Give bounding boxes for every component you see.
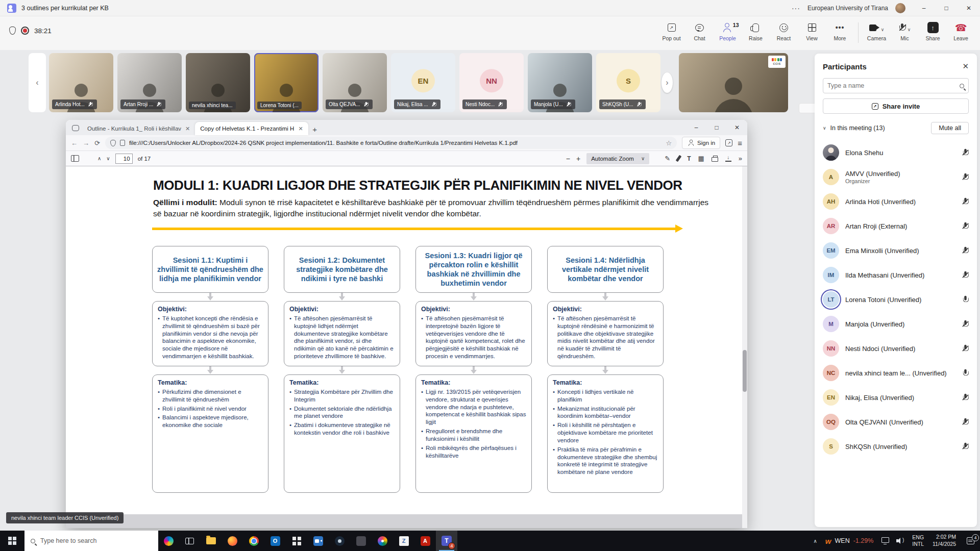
video-tile[interactable]: EN Nikaj, Elisa ... — [391, 53, 455, 112]
clock[interactable]: 2:02 PM11/4/2025 — [928, 531, 961, 551]
camera-dropdown-icon[interactable]: ∨ — [881, 27, 885, 32]
video-tile[interactable]: Artan Rroji ... — [117, 53, 182, 112]
language-switcher[interactable]: ENGINTL — [908, 531, 928, 551]
browser-tab-outline[interactable]: Outline - Kurrikula 1_ Roli i këshillav✕ — [82, 122, 195, 135]
image-tool-icon[interactable]: ▦ — [698, 155, 704, 162]
more-button[interactable]: ••• More — [826, 20, 854, 41]
participant-mic-icon[interactable] — [962, 344, 969, 352]
mute-all-button[interactable]: Mute all — [931, 122, 969, 134]
participant-mic-icon[interactable] — [962, 271, 969, 279]
pop-out-button[interactable]: ↗ Pop out — [657, 20, 685, 41]
bookmark-star-icon[interactable]: ☆ — [666, 139, 672, 147]
titlebar-more-icon[interactable]: ··· — [792, 4, 800, 12]
taskbar-app-icon[interactable] — [200, 531, 222, 551]
taskbar-app-icon[interactable]: T 4 — [436, 531, 457, 551]
participant-row[interactable]: NN Nesti Ndoci (Unverified) — [823, 336, 969, 361]
participant-mic-icon[interactable] — [962, 222, 969, 230]
participant-row[interactable]: A AMVV (Unverified) Organizer — [823, 165, 969, 189]
participant-mic-icon[interactable] — [962, 442, 969, 450]
sign-in-button[interactable]: Sign in — [682, 137, 720, 149]
window-maximize-button[interactable]: □ — [935, 0, 958, 16]
video-tile[interactable]: Lorena Totoni (... — [254, 53, 318, 112]
window-close-button[interactable]: ✕ — [958, 0, 980, 16]
account-name[interactable]: European University of Tirana — [807, 5, 888, 12]
share-button[interactable]: ↑ Share — [919, 20, 947, 41]
section-chevron-icon[interactable]: ∨ — [823, 126, 826, 131]
participant-row[interactable]: NC nevila xhinci team le... (Unverified) — [823, 361, 969, 385]
network-button[interactable] — [878, 531, 893, 551]
browser-tab-active[interactable]: Copy of Helvetas K.1 - Prezantimi H✕ — [195, 122, 308, 135]
mic-dropdown-icon[interactable]: ∨ — [908, 27, 911, 32]
camera-button[interactable]: ∨ Camera — [863, 20, 891, 41]
pdf-scrollbar[interactable] — [742, 166, 747, 528]
action-center-button[interactable]: 4 — [961, 537, 980, 544]
participant-row[interactable]: AH Arlinda Hoti (Unverified) — [823, 189, 969, 214]
participant-mic-icon[interactable] — [962, 369, 969, 377]
url-field[interactable]: file:///C:/Users/Unlocker AL/Dropbox/202… — [105, 137, 677, 149]
video-tile[interactable]: Manjola (U... — [528, 53, 592, 112]
chat-button[interactable]: Chat — [685, 20, 714, 41]
participant-row[interactable]: AR Artan Rroji (External) — [823, 214, 969, 238]
new-tab-button[interactable]: + — [308, 123, 322, 135]
raise-hand-button[interactable]: Raise — [742, 20, 770, 41]
page-number-input[interactable] — [115, 154, 133, 164]
participant-mic-icon[interactable] — [962, 148, 969, 156]
video-tile[interactable]: NN Nesti Ndoc... — [459, 53, 524, 112]
video-tile[interactable]: S ShKQSh (U... — [596, 53, 660, 112]
volume-button[interactable]: ) — [893, 531, 908, 551]
taskbar-search[interactable]: Type here to search — [24, 531, 158, 551]
taskbar-app-icon[interactable] — [179, 531, 200, 551]
taskbar-app-icon[interactable] — [372, 531, 393, 551]
participant-row[interactable]: OQ Olta QEJVANI (Unverified) — [823, 410, 969, 434]
participant-mic-icon[interactable] — [962, 246, 969, 254]
participant-mic-icon[interactable] — [962, 173, 969, 181]
forward-icon[interactable]: → — [83, 139, 89, 147]
participant-mic-icon[interactable] — [962, 197, 969, 205]
taskbar-app-icon[interactable]: A — [414, 531, 436, 551]
tab-close-icon[interactable]: ✕ — [298, 126, 303, 132]
tab-close-icon[interactable]: ✕ — [185, 126, 190, 132]
window-minimize-button[interactable]: – — [913, 0, 935, 16]
scrollbar-thumb[interactable] — [743, 350, 747, 392]
browser-close-button[interactable]: ✕ — [727, 124, 747, 131]
draw-tool-icon[interactable]: ✎ — [665, 155, 670, 162]
taskbar-app-icon[interactable] — [286, 531, 307, 551]
taskbar-app-icon[interactable] — [350, 531, 372, 551]
participant-mic-icon[interactable] — [962, 418, 969, 425]
browser-view-icon[interactable] — [69, 122, 82, 134]
pdf-sidebar-toggle-icon[interactable] — [71, 155, 79, 162]
taskbar-app-icon[interactable] — [307, 531, 329, 551]
react-button[interactable]: React — [770, 20, 798, 41]
participant-row[interactable]: EM Ema Minxolli (Unverified) — [823, 238, 969, 263]
taskbar-app-icon[interactable] — [222, 531, 243, 551]
participant-row[interactable]: M Manjola (Unverified) — [823, 312, 969, 336]
account-avatar[interactable] — [895, 3, 905, 13]
taskbar-app-icon[interactable]: O — [264, 531, 286, 551]
participant-mic-icon[interactable] — [962, 393, 969, 401]
spotlight-video-tile[interactable]: CCIS — [679, 53, 788, 112]
zoom-out-icon[interactable]: − — [566, 155, 570, 163]
reload-icon[interactable]: ⟳ — [94, 139, 100, 147]
taskbar-app-icon[interactable]: Z — [393, 531, 414, 551]
zoom-in-icon[interactable]: + — [576, 155, 580, 163]
browser-menu-icon[interactable]: ≡ — [738, 139, 742, 147]
view-button[interactable]: View — [798, 20, 826, 41]
people-button[interactable]: 13 People — [714, 20, 742, 41]
participant-mic-icon[interactable] — [962, 320, 969, 328]
participant-row[interactable]: IM Ilda Methasani (Unverified) — [823, 263, 969, 287]
more-tools-icon[interactable]: » — [739, 155, 742, 162]
participant-row[interactable]: Elona Shehu — [823, 140, 969, 165]
tray-expand-icon[interactable]: ∧ — [810, 531, 821, 551]
filmstrip-prev-button[interactable]: ‹ — [29, 53, 46, 112]
participant-mic-icon[interactable] — [962, 295, 969, 303]
leave-button[interactable]: ☎ Leave — [947, 20, 975, 41]
start-button[interactable] — [0, 531, 24, 551]
panel-close-icon[interactable]: ✕ — [962, 62, 969, 71]
highlight-tool-icon[interactable] — [676, 155, 682, 162]
video-tile[interactable]: Arlinda Hot... — [49, 53, 113, 112]
video-tile[interactable]: Olta QEJVA... — [323, 53, 387, 112]
browser-maximize-button[interactable]: □ — [706, 124, 727, 131]
page-down-icon[interactable]: ∨ — [106, 156, 110, 161]
taskbar-app-icon[interactable] — [243, 531, 264, 551]
share-page-icon[interactable]: ↗ — [725, 139, 732, 146]
